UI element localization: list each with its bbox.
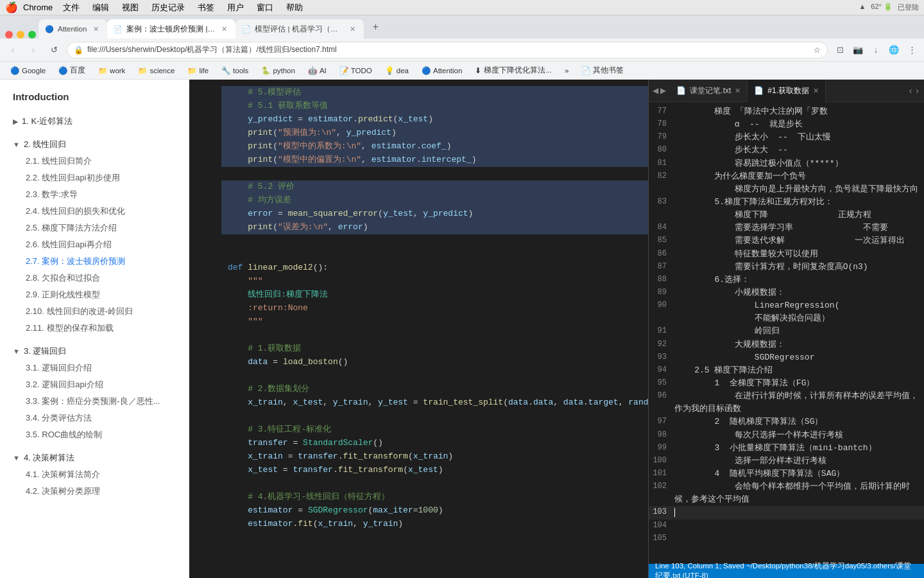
line-number [189, 153, 221, 167]
save-icon[interactable]: ↓ [869, 43, 883, 57]
sidebar-item-2-7[interactable]: 2.7. 案例：波士顿房价预测 [22, 253, 176, 270]
code-line-empty6 [189, 410, 648, 423]
menu-chrome[interactable]: Chrome [23, 3, 53, 12]
sidebar-section-linear[interactable]: ▼ 2. 线性回归 2.1. 线性回归简介 2.2. 线性回归api初步使用 2… [0, 133, 189, 340]
tab-attention[interactable]: 🔵 Attention ✕ [38, 19, 107, 39]
address-bar: ‹ › ↺ 🔒 file:///Users/sherwin/Desktop/机器… [0, 39, 924, 62]
tab-boston[interactable]: 📄 案例：波士顿房价预测 | 机器学... ✕ [107, 19, 235, 39]
back-button[interactable]: ‹ [5, 42, 21, 58]
sidebar-item-3-1[interactable]: 3.1. 逻辑回归介绍 [22, 360, 176, 376]
bookmark-google[interactable]: 🔵 Google [5, 64, 51, 78]
bookmark-icon: 🔧 [221, 66, 230, 75]
notes-line-104: 104 [649, 520, 924, 532]
sidebar-item-2-3[interactable]: 2.3. 数学:求导 [22, 186, 176, 203]
sidebar-item-4-2[interactable]: 4.2. 决策树分类原理 [22, 483, 176, 500]
sidebar-item-3-3[interactable]: 3.3. 案例：癌症分类预测-良／恶性... [22, 393, 176, 410]
sidebar-section-logistic-title[interactable]: ▼ 3. 逻辑回归 [13, 343, 176, 360]
forward-button[interactable]: › [26, 42, 41, 58]
sidebar-section-tree[interactable]: ▼ 4. 决策树算法 4.1. 决策树算法简介 4.2. 决策树分类原理 [0, 446, 189, 503]
bookmark-icon: » [565, 67, 569, 74]
menu-users[interactable]: 用户 [227, 2, 244, 13]
code-container[interactable]: # 5.模型评估 # 5.1 获取系数等值 y_predict = estima… [189, 80, 648, 578]
editor-area[interactable]: # 5.模型评估 # 5.1 获取系数等值 y_predict = estima… [189, 80, 648, 578]
line-num-94: 94 [649, 364, 674, 377]
sidebar-section-logistic[interactable]: ▼ 3. 逻辑回归 3.1. 逻辑回归介绍 3.2. 逻辑回归api介绍 3.3… [0, 340, 189, 446]
arrow-left[interactable]: ‹ [909, 85, 912, 96]
bookmark-more[interactable]: » [560, 64, 574, 78]
sidebar-item-3-5[interactable]: 3.5. ROC曲线的绘制 [22, 426, 176, 443]
bookmark-other[interactable]: 📄 其他书签 [576, 64, 629, 78]
sidebar-item-2-8[interactable]: 2.8. 欠拟合和过拟合 [22, 270, 176, 286]
line-content: print("模型中的系数为:\n", estimator.coef_) [221, 140, 648, 153]
menu-history[interactable]: 历史记录 [151, 2, 185, 13]
notes-line-86: 86 特征数量较大可以使用 [649, 248, 924, 261]
menu-bookmarks[interactable]: 书签 [198, 2, 214, 13]
menu-window[interactable]: 窗口 [257, 2, 273, 13]
panel-tab-close[interactable]: ✕ [735, 87, 740, 95]
sidebar-section-knn-title[interactable]: ▶ 1. K-近邻算法 [13, 113, 176, 130]
notes-text-93: SGDRegressor [674, 351, 924, 364]
menu-view[interactable]: 视图 [122, 2, 139, 13]
notes-text-79: 步长太小 -- 下山太慢 [674, 131, 924, 144]
bookmark-python[interactable]: 🐍 python [256, 64, 300, 78]
menu-file[interactable]: 文件 [63, 2, 80, 13]
tab-model-eval[interactable]: 📄 模型评估 | 机器学习（常用科学... ✕ [235, 19, 364, 39]
bookmark-todo[interactable]: 📝 TODO [334, 64, 377, 78]
panel-arrows-left[interactable]: ◀ ▶ [649, 86, 670, 95]
bookmark-life[interactable]: 📁 life [182, 64, 214, 78]
star-icon[interactable]: ☆ [814, 46, 821, 55]
translate-icon[interactable]: 🌐 [887, 43, 901, 57]
panel-tab-data-close[interactable]: ✕ [813, 87, 819, 95]
sidebar-item-2-4[interactable]: 2.4. 线性回归的损失和优化 [22, 203, 176, 220]
mac-menubar: 🍎 Chrome 文件 编辑 视图 历史记录 书签 用户 窗口 帮助 ▲ 62°… [0, 0, 924, 15]
line-num-86: 86 [649, 248, 674, 261]
sidebar-item-2-2[interactable]: 2.2. 线性回归api初步使用 [22, 170, 176, 186]
line-content: transfer = StandardScaler() [221, 437, 648, 450]
tab-close-1[interactable]: ✕ [90, 24, 101, 34]
bookmark-gradient[interactable]: ⬇ 梯度下降优化算法... [470, 64, 557, 78]
sidebar-item-2-6[interactable]: 2.6. 线性回归api再介绍 [22, 236, 176, 253]
bookmark-baidu[interactable]: 🔵 百度 [53, 64, 90, 78]
new-tab-button[interactable]: + [366, 18, 384, 36]
code-line-print4: print("误差为:\n", error) [189, 221, 648, 234]
sidebar-item-2-10[interactable]: 2.10. 线性回归的改进-岭回归 [22, 303, 176, 320]
minimize-button[interactable] [17, 31, 24, 39]
tab-close-3[interactable]: ✕ [347, 24, 357, 34]
bookmark-tools[interactable]: 🔧 tools [216, 64, 253, 78]
menu-help[interactable]: 帮助 [286, 2, 303, 13]
panel-tab-data[interactable]: 📄 #1.获取数据 ✕ [748, 80, 826, 102]
sidebar-section-tree-title[interactable]: ▼ 4. 决策树算法 [13, 450, 176, 466]
bookmark-dea[interactable]: 💡 dea [380, 64, 414, 78]
more-icon[interactable]: ⋮ [905, 43, 919, 57]
sidebar-item-2-5[interactable]: 2.5. 梯度下降法方法介绍 [22, 220, 176, 236]
close-button[interactable] [5, 31, 13, 39]
sidebar-item-4-1[interactable]: 4.1. 决策树算法简介 [22, 466, 176, 483]
url-bar[interactable]: 🔒 file:///Users/sherwin/Desktop/机器学习（算法篇… [67, 42, 828, 58]
sidebar-section-linear-title[interactable]: ▼ 2. 线性回归 [13, 136, 176, 153]
arrow-right[interactable]: › [916, 85, 919, 96]
code-line-print1: print("预测值为:\n", y_predict) [189, 127, 648, 140]
screenshot-icon[interactable]: 📷 [851, 43, 865, 57]
reload-button[interactable]: ↺ [46, 42, 62, 58]
cast-icon[interactable]: ⊡ [833, 43, 847, 57]
status-text: Line 103, Column 1; Saved ~/Desktop/pyth… [655, 561, 918, 578]
bookmark-science[interactable]: 📁 science [133, 64, 180, 78]
sidebar-section-knn[interactable]: ▶ 1. K-近邻算法 [0, 110, 189, 133]
sidebar-item-3-2[interactable]: 3.2. 逻辑回归api介绍 [22, 376, 176, 393]
bookmark-ai[interactable]: 🤖 AI [303, 64, 332, 78]
menu-edit[interactable]: 编辑 [92, 2, 109, 13]
bookmark-icon: 📁 [138, 66, 147, 75]
panel-tab-notes[interactable]: 📄 课堂记笔.txt ✕ [670, 80, 748, 102]
maximize-button[interactable] [28, 31, 36, 39]
sidebar-item-2-11[interactable]: 2.11. 模型的保存和加载 [22, 320, 176, 337]
sidebar-item-2-9[interactable]: 2.9. 正则化线性模型 [22, 286, 176, 303]
tab-close-2[interactable]: ✕ [219, 24, 229, 34]
sidebar-item-3-4[interactable]: 3.4. 分类评估方法 [22, 410, 176, 426]
code-line-docstr4: """ [189, 315, 648, 329]
bookmark-work[interactable]: 📁 work [93, 64, 130, 78]
notes-content[interactable]: 77 梯度 「降法中大注的网「罗数 78 α -- 就是步长 79 步长太小 -… [649, 102, 924, 564]
code-line-docstr3: :return:None [189, 302, 648, 315]
bookmark-attention[interactable]: 🔵 Attention [416, 64, 467, 78]
sidebar-item-2-1[interactable]: 2.1. 线性回归简介 [22, 153, 176, 170]
notes-text-88: 6.选择： [674, 274, 924, 286]
